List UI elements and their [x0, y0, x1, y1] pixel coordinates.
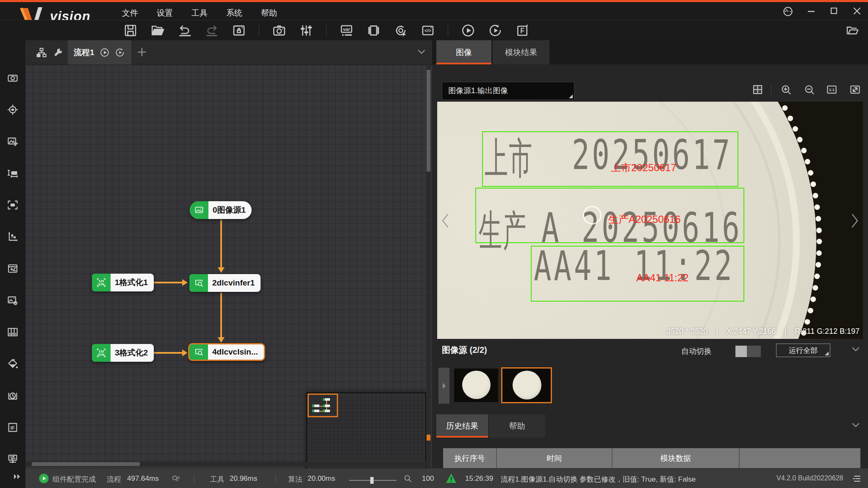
tab-module-result[interactable]: 模块结果 [493, 40, 549, 64]
source-thumbnail-2-selected[interactable] [501, 367, 552, 403]
menu-settings[interactable]: 设置 [157, 8, 173, 19]
canvas-hscrollbar[interactable] [25, 462, 426, 466]
menu-help[interactable]: 帮助 [261, 8, 277, 19]
close-button[interactable] [852, 6, 862, 16]
thumbnail-collapse-handle[interactable] [438, 368, 449, 404]
global-trigger-button[interactable] [394, 23, 408, 38]
image-viewer[interactable]: 上市 20250617 生产 A 20250616 AA41 11:22 上市2… [437, 102, 863, 339]
node-format-1[interactable]: 123STR 1格式化1 [92, 274, 154, 291]
calculator-logic-icon[interactable] [7, 263, 19, 274]
open-folder-button[interactable] [846, 24, 859, 37]
maximize-button[interactable] [829, 6, 839, 16]
redo-button[interactable] [205, 23, 219, 38]
image-size: 3520 * 3520 [666, 327, 707, 336]
node-format-2[interactable]: 123STR 3格式化2 [92, 344, 154, 362]
column-time[interactable]: 时间 [497, 448, 613, 468]
minimize-button[interactable] [806, 6, 816, 16]
save-button[interactable] [123, 23, 138, 38]
timer-icon[interactable] [7, 390, 19, 402]
minimap-viewport[interactable] [308, 394, 338, 417]
menu-file[interactable]: 文件 [122, 8, 138, 19]
format-icon: 123STR [92, 274, 111, 291]
calibration-axes-icon[interactable] [7, 231, 19, 243]
source-section-chevron-down-icon[interactable] [851, 347, 860, 352]
histogram-compare-icon[interactable] [7, 326, 19, 338]
module-manager-button[interactable] [366, 23, 381, 38]
image-source-dropdown[interactable]: 图像源1.输出图像 [442, 82, 574, 100]
location-target-icon[interactable] [7, 104, 19, 116]
node-image-source[interactable]: 0图像源1 [190, 201, 252, 219]
cursor-highlight-ring [583, 206, 602, 225]
if-condition-icon[interactable]: IF [7, 421, 19, 433]
info-separator: | [716, 327, 718, 336]
camera-capture-button[interactable] [272, 23, 286, 38]
script-editor-button[interactable]: </> [421, 23, 435, 38]
canvas-zoom-slider[interactable] [349, 480, 397, 481]
measure-text-icon[interactable] [7, 167, 19, 179]
auto-switch-toggle[interactable] [735, 346, 761, 357]
flow-wire-arrow [218, 267, 225, 273]
flow-run-once-icon[interactable] [100, 47, 110, 58]
communication-icon[interactable] [7, 453, 19, 465]
canvas-minimap[interactable] [306, 392, 426, 468]
run-continuous-button[interactable] [488, 23, 502, 38]
tab-history-results[interactable]: 历史结果 [436, 414, 488, 438]
image-source-icon [190, 201, 208, 219]
time-detail-icon[interactable] [171, 474, 180, 483]
toolbar-separator [326, 25, 327, 36]
column-module-data[interactable]: 模块数据 [613, 448, 740, 468]
node-dl-infer[interactable]: 2dlcvinfer1 [189, 274, 261, 292]
add-flow-button[interactable] [136, 47, 147, 58]
history-section-chevron-down-icon[interactable] [851, 422, 860, 428]
open-project-button[interactable] [150, 23, 165, 38]
flow-config-wrench-icon[interactable] [53, 47, 64, 58]
image-settings-icon[interactable] [7, 294, 19, 306]
tab-help[interactable]: 帮助 [489, 414, 545, 438]
source-thumbnail-1[interactable] [454, 369, 498, 402]
flow-run-loop-icon[interactable] [115, 47, 125, 58]
undo-button[interactable] [177, 23, 192, 38]
canvas-vscrollbar[interactable] [426, 65, 431, 468]
node-dl-classify-selected[interactable]: 4dlcvclsin... [188, 343, 265, 361]
actual-size-icon[interactable]: 1:1 [826, 84, 837, 95]
canvas-vscroll-thumb[interactable] [427, 70, 430, 172]
prev-image-chevron[interactable] [441, 213, 450, 229]
column-exec-index[interactable]: 执行序号 [443, 448, 497, 468]
zoom-slider-thumb[interactable] [370, 477, 374, 484]
log-list-icon[interactable] [851, 474, 862, 484]
tab-image[interactable]: 图像 [436, 40, 491, 64]
acquisition-camera-icon[interactable] [7, 72, 19, 84]
fit-view-icon[interactable] [849, 84, 861, 95]
flow-header: 流程1 [25, 40, 432, 64]
zoom-in-icon[interactable] [780, 84, 792, 95]
sidebar-expand-icon[interactable] [13, 473, 21, 480]
performance-gauge-icon[interactable] [782, 6, 793, 17]
font-format-button[interactable]: F [515, 23, 530, 38]
canvas-hscroll-thumb[interactable] [32, 462, 140, 466]
ocr-box-1 [482, 131, 738, 187]
flow-tabs-chevron-down-icon[interactable] [418, 50, 425, 55]
recognition-focus-icon[interactable] [7, 199, 19, 211]
flow-tab-active[interactable]: 流程1 [68, 40, 131, 64]
flow-time-label: 流程 [107, 474, 121, 484]
dl-infer-icon [189, 274, 208, 292]
flow-canvas[interactable]: 0图像源1 123STR 1格式化1 2dlcvinfer1 123STR 3格… [25, 65, 432, 468]
zoom-out-icon[interactable] [804, 84, 815, 95]
global-variable-button[interactable]: var [339, 23, 354, 38]
image-edit-icon[interactable] [7, 136, 19, 147]
zoom-magnifier-icon[interactable] [403, 474, 413, 483]
next-image-chevron[interactable] [850, 213, 860, 229]
lock-window-button[interactable] [232, 23, 246, 38]
image-source-count: 图像源 (2/2) [442, 344, 487, 356]
window-controls [782, 6, 862, 17]
status-run-icon[interactable] [38, 473, 50, 486]
parameter-sliders-button[interactable] [299, 23, 313, 38]
menu-tools[interactable]: 工具 [191, 8, 208, 19]
fill-paint-icon[interactable] [7, 358, 19, 370]
menu-system[interactable]: 系统 [226, 8, 242, 19]
split-view-icon[interactable] [752, 84, 763, 95]
algo-time-label: 算法 [288, 474, 302, 484]
run-once-button[interactable] [461, 23, 475, 38]
run-all-button[interactable]: 运行全部 [776, 344, 830, 357]
flow-list-icon[interactable] [36, 47, 47, 58]
